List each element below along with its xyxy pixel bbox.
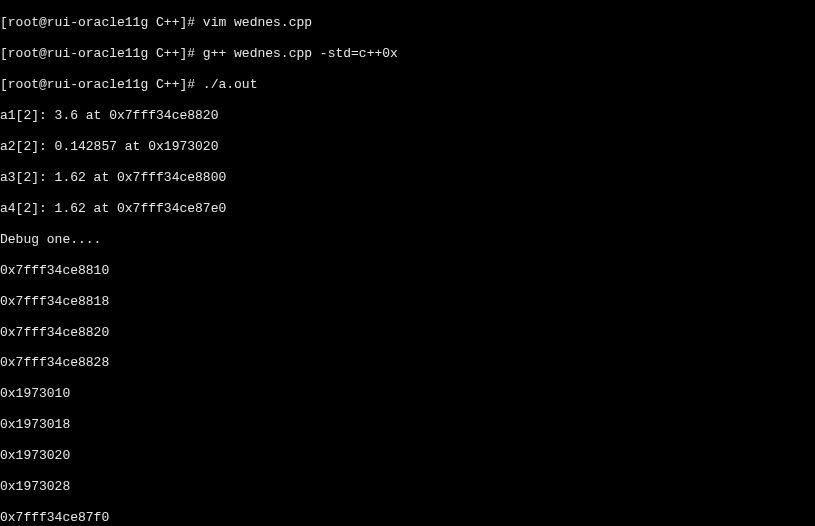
- terminal-line: 0x7fff34ce8828: [0, 355, 815, 370]
- terminal-view[interactable]: [root@rui-oracle11g C++]# vim wednes.cpp…: [0, 0, 815, 526]
- terminal-line: 0x7fff34ce8820: [0, 325, 815, 340]
- terminal-line: 0x1973028: [0, 479, 815, 494]
- terminal-line: [root@rui-oracle11g C++]# g++ wednes.cpp…: [0, 46, 815, 61]
- terminal-line: a4[2]: 1.62 at 0x7fff34ce87e0: [0, 201, 815, 216]
- terminal-line: a1[2]: 3.6 at 0x7fff34ce8820: [0, 108, 815, 123]
- terminal-line: [root@rui-oracle11g C++]# vim wednes.cpp: [0, 15, 815, 30]
- terminal-line: a2[2]: 0.142857 at 0x1973020: [0, 139, 815, 154]
- terminal-line: [root@rui-oracle11g C++]# ./a.out: [0, 77, 815, 92]
- terminal-line: 0x7fff34ce8818: [0, 294, 815, 309]
- terminal-line: 0x1973010: [0, 386, 815, 401]
- terminal-line: 0x1973018: [0, 417, 815, 432]
- terminal-line: 0x7fff34ce8810: [0, 263, 815, 278]
- terminal-line: a3[2]: 1.62 at 0x7fff34ce8800: [0, 170, 815, 185]
- terminal-line: 0x7fff34ce87f0: [0, 510, 815, 525]
- terminal-line: Debug one....: [0, 232, 815, 247]
- terminal-line: 0x1973020: [0, 448, 815, 463]
